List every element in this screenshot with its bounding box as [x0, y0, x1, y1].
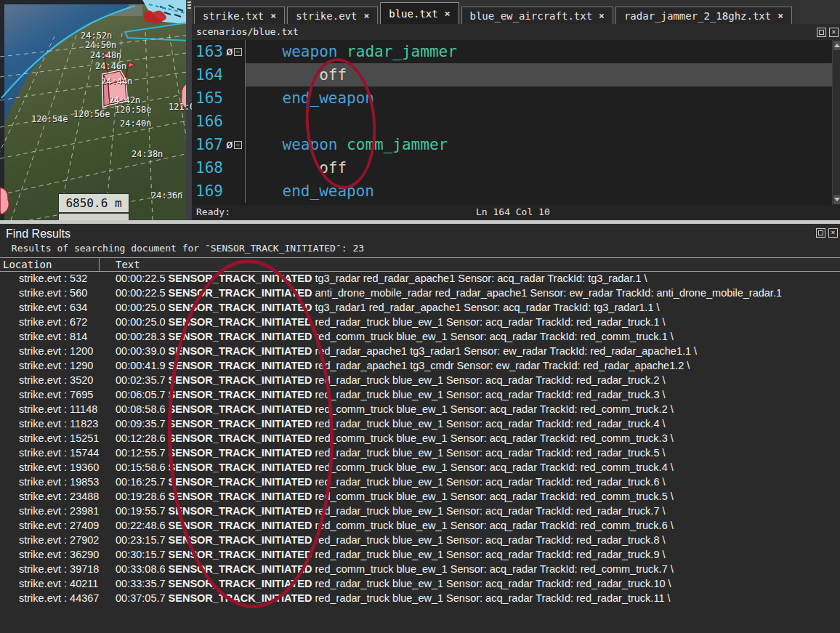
line-number: 165 — [192, 86, 226, 110]
editor-scrollbar[interactable] — [832, 40, 840, 205]
tab-close-icon[interactable]: × — [270, 10, 276, 21]
line-number: 163 — [192, 40, 226, 63]
text-editor-pane: strike.txt×strike.evt×blue.txt×blue_ew_a… — [192, 0, 840, 219]
result-row[interactable]: strike.evt : 2740900:22:48.6 SENSOR_TRAC… — [0, 520, 840, 534]
fold-icon[interactable]: − — [234, 141, 242, 149]
result-row[interactable]: strike.evt : 1936000:15:58.6 SENSOR_TRAC… — [0, 461, 840, 476]
tab-close-icon[interactable]: × — [599, 10, 605, 21]
file-path: scenarios/blue.txt — [196, 26, 299, 37]
tab-strike.txt[interactable]: strike.txt× — [194, 7, 285, 24]
tab-label: blue.txt — [389, 8, 437, 20]
close-panel-icon[interactable]: × — [829, 28, 839, 37]
result-location: strike.evt : 15744 — [0, 447, 100, 461]
tab-label: strike.evt — [296, 10, 357, 22]
result-text: 00:00:41.9 SENSOR_TRACK_INITIATED red_ra… — [100, 360, 690, 374]
result-location: strike.evt : 23488 — [0, 491, 100, 505]
grid-label: 120:54e — [31, 114, 68, 124]
result-row[interactable]: strike.evt : 2790200:23:15.7 SENSOR_TRAC… — [0, 534, 840, 549]
result-row[interactable]: strike.evt : 63400:00:25.0 SENSOR_TRACK_… — [0, 302, 840, 316]
code-line-168[interactable]: 168 off — [192, 156, 840, 180]
map-view[interactable]: 24:52n24:50n24:48n24:46n24:44n24:42n24:4… — [0, 0, 192, 220]
column-header-text[interactable]: Text — [100, 258, 140, 271]
result-row[interactable]: strike.evt : 4436700:37:05.7 SENSOR_TRAC… — [0, 592, 840, 607]
line-text: weapon radar_jammer — [246, 40, 840, 63]
grid-label: 24:36n — [151, 190, 182, 201]
code-line-167[interactable]: 167ø− weapon comm_jammer — [192, 133, 840, 156]
line-text: end_weapon — [246, 180, 840, 203]
result-location: strike.evt : 11148 — [0, 403, 100, 418]
line-number: 164 — [192, 63, 226, 86]
result-text: 00:06:05.7 SENSOR_TRACK_INITIATED red_ra… — [100, 389, 666, 403]
result-row[interactable]: strike.evt : 2348800:19:28.6 SENSOR_TRAC… — [0, 491, 840, 505]
result-row[interactable]: strike.evt : 769500:06:05.7 SENSOR_TRACK… — [0, 389, 840, 403]
result-location: strike.evt : 560 — [0, 287, 100, 302]
result-row[interactable]: strike.evt : 129000:00:41.9 SENSOR_TRACK… — [0, 360, 840, 374]
results-header-row[interactable]: Location Text — [0, 257, 840, 272]
result-row[interactable]: strike.evt : 53200:00:22.5 SENSOR_TRACK_… — [0, 273, 840, 287]
tab-bar: strike.txt×strike.evt×blue.txt×blue_ew_a… — [192, 0, 840, 24]
result-location: strike.evt : 1290 — [0, 360, 100, 374]
result-text: 00:00:25.0 SENSOR_TRACK_INITIATED red_ra… — [100, 316, 666, 331]
result-row[interactable]: strike.evt : 81400:00:28.3 SENSOR_TRACK_… — [0, 331, 840, 345]
result-location: strike.evt : 19853 — [0, 476, 100, 491]
scroll-up-icon[interactable] — [833, 41, 840, 50]
scroll-down-icon[interactable] — [833, 195, 840, 204]
code-line-166[interactable]: 166 — [192, 110, 840, 133]
result-row[interactable]: strike.evt : 2398100:19:55.7 SENSOR_TRAC… — [0, 505, 840, 520]
file-path-bar: scenarios/blue.txt × — [192, 24, 840, 40]
tab-radar_jammer_2_18ghz.txt[interactable]: radar_jammer_2_18ghz.txt× — [615, 7, 792, 24]
application-window: 24:52n24:50n24:48n24:46n24:44n24:42n24:4… — [0, 0, 840, 633]
code-line-163[interactable]: 163ø− weapon radar_jammer — [192, 40, 840, 63]
result-row[interactable]: strike.evt : 120000:00:39.0 SENSOR_TRACK… — [0, 345, 840, 360]
tab-label: radar_jammer_2_18ghz.txt — [624, 10, 771, 22]
column-header-location[interactable]: Location — [0, 258, 100, 271]
result-row[interactable]: strike.evt : 1182300:09:35.7 SENSOR_TRAC… — [0, 418, 840, 432]
tab-close-icon[interactable]: × — [363, 10, 369, 21]
tab-blue.txt[interactable]: blue.txt× — [380, 2, 459, 24]
tab-blue_ew_aircraft.txt[interactable]: blue_ew_aircraft.txt× — [461, 7, 613, 24]
grid-label: 121:00 — [169, 102, 192, 112]
result-text: 00:09:35.7 SENSOR_TRACK_INITIATED red_ra… — [100, 418, 666, 432]
result-row[interactable]: strike.evt : 3629000:30:15.7 SENSOR_TRAC… — [0, 549, 840, 563]
close-panel-icon[interactable]: × — [828, 228, 838, 238]
tab-strike.evt[interactable]: strike.evt× — [287, 7, 378, 24]
line-number: 166 — [192, 110, 226, 133]
result-text: 00:22:48.6 SENSOR_TRACK_INITIATED red_co… — [100, 520, 674, 534]
result-location: strike.evt : 40211 — [0, 578, 100, 592]
result-row[interactable]: strike.evt : 1985300:16:25.7 SENSOR_TRAC… — [0, 476, 840, 491]
result-row[interactable]: strike.evt : 1574400:12:55.7 SENSOR_TRAC… — [0, 447, 840, 461]
result-location: strike.evt : 7695 — [0, 389, 100, 403]
result-row[interactable]: strike.evt : 3971800:33:08.6 SENSOR_TRAC… — [0, 563, 840, 578]
hidden-region-icon[interactable]: ø — [226, 139, 233, 150]
result-row[interactable]: strike.evt : 1525100:12:28.6 SENSOR_TRAC… — [0, 432, 840, 447]
float-panel-icon[interactable] — [817, 28, 826, 37]
code-line-164[interactable]: 164 off — [192, 63, 840, 86]
result-text: 00:00:22.5 SENSOR_TRACK_INITIATED tg3_ra… — [100, 273, 647, 287]
tab-close-icon[interactable]: × — [445, 8, 451, 19]
result-text: 00:00:22.5 SENSOR_TRACK_INITIATED anti_d… — [100, 287, 782, 302]
float-panel-icon[interactable] — [816, 228, 825, 238]
status-ready: Ready: — [196, 205, 230, 219]
code-area[interactable]: 163ø− weapon radar_jammer164 off165 end_… — [192, 40, 840, 205]
line-text: weapon comm_jammer — [246, 133, 840, 156]
result-row[interactable]: strike.evt : 352000:02:35.7 SENSOR_TRACK… — [0, 374, 840, 389]
code-line-169[interactable]: 169 end_weapon — [192, 180, 840, 203]
tab-close-icon[interactable]: × — [778, 10, 783, 21]
line-number: 167 — [192, 133, 226, 156]
find-results-panel: Find Results Results of searching docume… — [0, 224, 840, 633]
fold-icon[interactable]: − — [234, 48, 242, 56]
result-text: 00:33:08.6 SENSOR_TRACK_INITIATED red_co… — [100, 563, 674, 578]
result-row[interactable]: strike.evt : 56000:00:22.5 SENSOR_TRACK_… — [0, 287, 840, 302]
code-line-165[interactable]: 165 end_weapon — [192, 86, 840, 110]
result-row[interactable]: strike.evt : 67200:00:25.0 SENSOR_TRACK_… — [0, 316, 840, 331]
result-row[interactable]: strike.evt : 1114800:08:58.6 SENSOR_TRAC… — [0, 403, 840, 418]
result-row[interactable]: strike.evt : 4021100:33:35.7 SENSOR_TRAC… — [0, 578, 840, 592]
result-location: strike.evt : 44367 — [0, 592, 100, 607]
line-gutter: 165 — [192, 86, 246, 110]
grid-label: 24:48n — [90, 50, 121, 60]
hidden-region-icon[interactable]: ø — [226, 46, 233, 57]
line-gutter: 168 — [192, 156, 246, 180]
line-gutter: 164 — [192, 63, 246, 86]
editor-status-bar: Ready: Ln 164 Col 10 — [192, 205, 840, 219]
result-location: strike.evt : 27902 — [0, 534, 100, 549]
